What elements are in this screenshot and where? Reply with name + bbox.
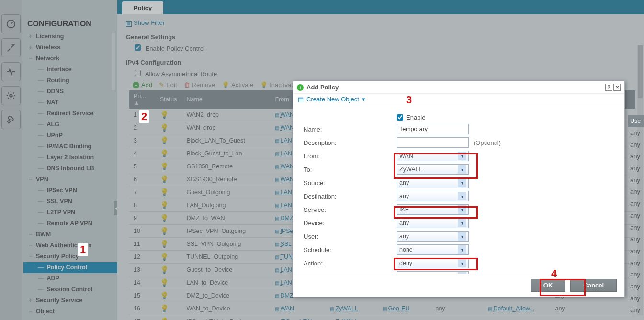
dest-select[interactable]: any▾	[397, 191, 469, 201]
col-status[interactable]: Status	[155, 90, 181, 109]
service-select[interactable]: IKE▾	[397, 204, 469, 215]
monitor-icon[interactable]	[1, 62, 21, 81]
enable-policy-control-checkbox[interactable]	[135, 44, 141, 51]
bulb-icon: 💡	[160, 123, 169, 132]
to-select[interactable]: ZyWALL▾	[397, 164, 469, 175]
sidebar-item-ipmac[interactable]: —IP/MAC Binding	[23, 141, 117, 152]
activate-button[interactable]: 💡Activate	[222, 81, 253, 88]
zone-link[interactable]: WAN	[275, 124, 294, 131]
cell-status: 💡	[155, 289, 181, 302]
sidebar-item-session-ctrl[interactable]: —Session Control	[23, 284, 117, 295]
sidebar-item-device-insight[interactable]: —Device Insight	[23, 317, 117, 320]
enable-checkbox[interactable]	[397, 114, 403, 121]
zone-link[interactable]: WAN	[275, 111, 294, 118]
user-select[interactable]: any▾	[397, 231, 469, 242]
sidebar-item-nat[interactable]: —NAT	[23, 97, 117, 108]
zone-link[interactable]: WAN	[275, 176, 294, 183]
cancel-button[interactable]: Cancel	[570, 279, 617, 292]
sidebar-item-alg[interactable]: —ALG	[23, 119, 117, 130]
svc-link[interactable]: Default_Allow...	[488, 305, 534, 312]
sidebar-item-label: Licensing	[36, 32, 64, 41]
sidebar-item-licensing[interactable]: +Licensing	[23, 31, 117, 42]
inactivate-button[interactable]: 💡Inactivate	[260, 81, 296, 88]
sidebar-item-ddns[interactable]: —DDNS	[23, 86, 117, 97]
zone-link[interactable]: LAN	[275, 189, 292, 196]
sidebar-item-ssl-vpn[interactable]: —SSL VPN	[23, 196, 117, 207]
zone-link[interactable]: LAN	[275, 150, 292, 157]
ok-button[interactable]: OK	[531, 279, 566, 292]
show-filter-link[interactable]: ▦Show Filter	[126, 19, 635, 27]
zone-link[interactable]: DMZ	[275, 215, 293, 221]
addr-link[interactable]: any	[383, 318, 397, 320]
source-select[interactable]: any▾	[397, 177, 469, 188]
desc-input[interactable]	[397, 137, 469, 148]
gear-icon[interactable]	[1, 86, 21, 105]
zone-link[interactable]: SSL	[275, 241, 292, 247]
log-select[interactable]: no▾	[397, 271, 469, 274]
sidebar-item-object[interactable]: −Object	[23, 306, 117, 317]
col-pri[interactable]: Pri... ▲	[129, 90, 155, 109]
tab-policy[interactable]: Policy	[122, 1, 163, 14]
chevron-down-icon: ▾	[458, 205, 466, 214]
sidebar-item-policy-control[interactable]: —Policy Control	[23, 262, 117, 273]
sidebar-item-dns-inbound[interactable]: —DNS Inbound LB	[23, 163, 117, 174]
chevron-down-icon: ▾	[458, 272, 466, 274]
edit-button[interactable]: ✎Edit	[159, 81, 177, 88]
allow-asym-checkbox[interactable]	[135, 70, 141, 76]
maintenance-icon[interactable]	[1, 110, 21, 129]
sidebar-item-interface[interactable]: —Interface	[23, 64, 117, 75]
sidebar-scrollbar-thumb[interactable]	[112, 33, 115, 90]
addr-link[interactable]: Geo-EU	[383, 305, 409, 312]
svc-link[interactable]: any	[488, 318, 503, 320]
zone-link[interactable]: LAN	[275, 137, 292, 144]
wizard-icon[interactable]	[1, 38, 21, 57]
remove-button[interactable]: 🗑Remove	[184, 81, 215, 88]
scrollbar-thumb[interactable]	[638, 45, 643, 98]
bulb-icon: 💡	[160, 240, 169, 248]
sidebar-item-rap-vpn[interactable]: —Remote AP VPN	[23, 218, 117, 229]
sidebar-item-sec-service[interactable]: +Security Service	[23, 295, 117, 306]
col-name[interactable]: Name	[181, 90, 270, 109]
source-value: any	[399, 179, 409, 186]
sidebar-item-web-auth[interactable]: −Web Authentication	[23, 240, 117, 251]
zone-link[interactable]: LAN	[275, 266, 292, 273]
bulb-icon: 💡	[160, 265, 169, 274]
sidebar-item-l2tp-vpn[interactable]: —L2TP VPN	[23, 207, 117, 218]
zone-link[interactable]: IPSec_VPN	[275, 318, 312, 320]
zone-link[interactable]: DMZ	[275, 292, 293, 299]
sidebar-item-sec-policy[interactable]: −Security Policy	[23, 251, 117, 262]
from-select[interactable]: WAN▾	[397, 151, 469, 161]
zone-link[interactable]: LAN	[275, 279, 292, 286]
name-input[interactable]	[397, 124, 469, 134]
help-button[interactable]: ?	[605, 84, 612, 91]
sidebar-item-routing[interactable]: —Routing	[23, 75, 117, 86]
sidebar-item-redirect-service[interactable]: —Redirect Service	[23, 108, 117, 119]
zone-link[interactable]: ZyWALL	[330, 305, 358, 312]
device-select[interactable]: any▾	[397, 218, 469, 228]
add-button[interactable]: +Add	[133, 81, 152, 88]
sidebar-item-label: L2TP VPN	[47, 208, 76, 217]
sidebar-item-l2iso[interactable]: —Layer 2 Isolation	[23, 152, 117, 163]
action-select[interactable]: deny▾	[397, 258, 469, 268]
create-new-object-menu[interactable]: ▤ Create New Object ▾	[293, 94, 624, 105]
table-row[interactable]: 17💡IPSec_VPN_to_DeviceIPSec_VPNZyWALLany…	[129, 315, 635, 320]
sidebar-item-adp[interactable]: —ADP	[23, 273, 117, 284]
sidebar-item-upnp[interactable]: —UPnP	[23, 130, 117, 141]
sidebar-item-wireless[interactable]: +Wireless	[23, 42, 117, 53]
close-button[interactable]: ✕	[613, 84, 621, 91]
zone-link[interactable]: WAN	[275, 163, 294, 170]
sidebar-item-vpn[interactable]: −VPN	[23, 174, 117, 185]
sidebar-item-bwm[interactable]: −BWM	[23, 229, 117, 240]
zone-link[interactable]: LAN	[275, 202, 292, 209]
cell-pri: 7	[129, 186, 155, 199]
zone-link[interactable]: WAN	[275, 305, 294, 312]
table-row[interactable]: 16💡WAN_to_DeviceWANZyWALLGeo-EUanyDefaul…	[129, 302, 635, 315]
cell-status: 💡	[155, 109, 181, 121]
schedule-select[interactable]: none▾	[397, 244, 469, 255]
zone-link[interactable]: ZyWALL	[330, 318, 358, 320]
sidebar-item-ipsec-vpn[interactable]: —IPSec VPN	[23, 185, 117, 196]
sidebar-item-network[interactable]: −Network	[23, 53, 117, 64]
dashboard-icon[interactable]	[1, 14, 21, 33]
sidebar-item-label: Session Control	[47, 285, 93, 294]
sidebar-item-label: Wireless	[36, 43, 60, 52]
